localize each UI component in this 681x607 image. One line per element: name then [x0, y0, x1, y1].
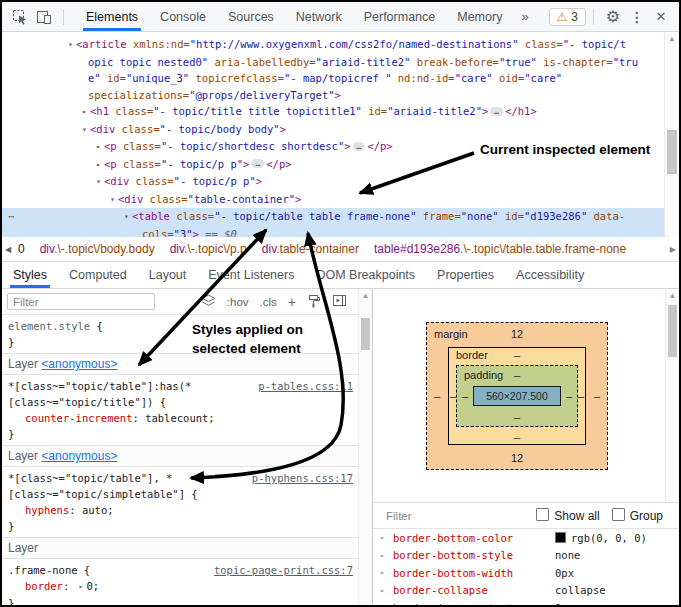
checkbox-icon[interactable] [536, 508, 549, 521]
stylesheet-link[interactable]: topic-page-print.css:7 [214, 562, 353, 578]
dom-tree-node[interactable]: ▾<article xmlns:nd="http://www.oxygenxml… [2, 36, 679, 54]
group-checkbox[interactable]: Group [612, 508, 663, 523]
breadcrumb-scroll-left-icon[interactable]: ◀ [5, 245, 11, 254]
margin-top-value[interactable]: 12 [427, 328, 607, 340]
computed-property-row[interactable]: ▸border-image-outset0 [373, 599, 679, 605]
dom-tree-node[interactable]: cols="3"> == $0 [2, 226, 665, 238]
expanded-arrow-icon[interactable]: ▾ [93, 174, 104, 191]
dom-tree-node[interactable]: specializations="@props/deliveryTarget"> [2, 87, 679, 104]
dom-tree-node[interactable]: e" id="unique_3" topicrefclass="- map/to… [2, 70, 679, 87]
padding-bottom-value[interactable]: – [457, 411, 577, 423]
breadcrumb-item[interactable]: table#d193e286.\-.topic\/table.table.fra… [374, 242, 626, 256]
dom-tree-node[interactable]: opic topic nested0" aria-labelledby="ari… [2, 54, 679, 71]
inline-expand-icon[interactable]: … [490, 107, 503, 116]
tab-memory[interactable]: Memory [446, 2, 513, 31]
breadcrumb-scroll-right-icon[interactable]: ▶ [670, 245, 676, 254]
expanded-arrow-icon[interactable]: ▾ [65, 37, 76, 54]
rendering-emulation-icon[interactable] [307, 294, 321, 310]
expanded-arrow-icon[interactable]: ▾ [79, 122, 90, 139]
padding-left-value[interactable]: – [462, 390, 468, 402]
collapsed-arrow-icon[interactable]: ▸ [93, 139, 104, 156]
dom-tree-node[interactable]: ▸<p class="- topic/p p">…</p> [2, 156, 679, 174]
css-property[interactable]: counter-increment: tablecount; [8, 410, 353, 426]
dom-tree-node[interactable]: ▸<h1 class="- topic/title title topictit… [2, 103, 679, 121]
style-rule[interactable]: topic-page-print.css:7.frame-none {borde… [2, 559, 359, 607]
device-toolbar-icon[interactable] [32, 6, 56, 28]
more-tabs-icon[interactable]: » [513, 9, 536, 24]
style-rule[interactable]: p-hyphens.css:17*[class~="topic/table"],… [2, 467, 359, 537]
node-menu-icon[interactable]: ⋯ [8, 208, 15, 225]
expand-shorthand-icon[interactable]: ▸ [79, 582, 84, 591]
dom-tree-node[interactable]: ▾<div class="table-container"> [2, 191, 679, 209]
selected-dom-node[interactable]: ⋯▾<table class="- topic/table table fram… [2, 208, 665, 237]
tab-dom-breakpoints[interactable]: DOM Breakpoints [305, 262, 426, 288]
checkbox-icon[interactable] [612, 508, 625, 521]
scroll-up-icon[interactable]: ▲ [666, 289, 679, 302]
element-classes-button[interactable]: .cls [260, 296, 277, 308]
style-rule[interactable]: p-tables.css:11*[class~="topic/table"]:h… [2, 375, 359, 445]
tab-properties[interactable]: Properties [426, 262, 505, 288]
breadcrumb-item[interactable]: div.table-container [262, 242, 359, 256]
scrollbar-thumb[interactable] [668, 305, 677, 357]
tab-performance[interactable]: Performance [353, 2, 447, 31]
tab-sources[interactable]: Sources [217, 2, 285, 31]
inline-expand-icon[interactable]: … [353, 142, 366, 151]
styles-scrollbar[interactable]: ▲ [358, 289, 372, 605]
tab-accessibility[interactable]: Accessibility [505, 262, 595, 288]
collapsed-arrow-icon[interactable]: ▸ [93, 157, 104, 174]
settings-gear-icon[interactable]: ⚙ [601, 6, 625, 28]
border-right-value[interactable]: – [578, 390, 584, 402]
tab-layout[interactable]: Layout [138, 262, 198, 288]
expanded-arrow-icon[interactable]: ▾ [121, 209, 132, 226]
stylesheet-link[interactable]: p-tables.css:11 [258, 378, 353, 394]
expand-property-icon[interactable]: ▸ [380, 603, 393, 605]
tab-computed[interactable]: Computed [58, 262, 138, 288]
elements-scrollbar[interactable]: ▲ [664, 32, 679, 237]
css-property[interactable]: border: ▸0; [8, 578, 353, 595]
border-bottom-value[interactable]: – [449, 431, 585, 443]
style-rule[interactable]: element.style {} [2, 315, 359, 353]
boxmodel-scrollbar[interactable]: ▲ [665, 289, 679, 502]
margin-left-value[interactable]: – [434, 390, 440, 402]
box-model-padding[interactable]: padding – – – – 560×207.500 [456, 365, 578, 427]
layer-link[interactable]: <anonymous> [41, 449, 117, 463]
scrollbar-thumb[interactable] [361, 318, 370, 350]
scrollbar-thumb[interactable] [667, 130, 677, 174]
margin-right-value[interactable]: – [594, 390, 600, 402]
box-model-content[interactable]: 560×207.500 [473, 386, 561, 406]
new-style-rule-button[interactable]: + [288, 296, 296, 308]
tab-console[interactable]: Console [149, 2, 217, 31]
box-model-border[interactable]: border – – – – padding – – – – 56 [448, 347, 586, 445]
computed-sidebar-toggle-icon[interactable] [332, 294, 347, 309]
color-swatch[interactable] [555, 532, 566, 543]
breadcrumb-item[interactable]: div.\-.topic\/p.p [170, 242, 247, 256]
dom-tree-node[interactable]: ▾<div class="- topic/p p"> [2, 173, 679, 191]
show-all-checkbox[interactable]: Show all [536, 508, 599, 523]
expand-property-icon[interactable]: ▸ [380, 533, 393, 542]
scroll-up-icon[interactable]: ▲ [359, 289, 372, 302]
dom-tree-node[interactable]: ▾<div class="- topic/body body"> [2, 121, 679, 139]
css-layers-icon[interactable] [201, 294, 216, 309]
collapsed-arrow-icon[interactable]: ▸ [79, 104, 90, 121]
expanded-arrow-icon[interactable]: ▾ [107, 192, 118, 209]
menu-kebab-icon[interactable]: ⋮ [625, 6, 649, 28]
inspect-element-icon[interactable] [8, 6, 32, 28]
breadcrumb-item[interactable]: div.\-.topic\/body.body [40, 242, 155, 256]
expand-property-icon[interactable]: ▸ [380, 551, 393, 560]
margin-bottom-value[interactable]: 12 [427, 452, 607, 464]
css-property[interactable]: hyphens: auto; [8, 502, 353, 518]
border-top-value[interactable]: – [449, 349, 585, 361]
styles-filter-input[interactable] [7, 293, 155, 310]
close-icon[interactable]: ✕ [649, 6, 673, 28]
issues-badge[interactable]: ⚠ 3 [549, 8, 586, 26]
tab-styles[interactable]: Styles [2, 262, 58, 288]
tab-elements[interactable]: Elements [75, 2, 149, 31]
tab-event-listeners[interactable]: Event Listeners [197, 262, 305, 288]
toggle-hover-state-button[interactable]: :hov [227, 296, 249, 308]
breadcrumb-item[interactable]: 0 [18, 242, 25, 256]
computed-property-row[interactable]: ▸border-collapsecollapse [373, 582, 679, 600]
tab-network[interactable]: Network [285, 2, 353, 31]
computed-property-row[interactable]: ▸border-bottom-stylenone [373, 547, 679, 565]
computed-property-row[interactable]: ▸border-bottom-width0px [373, 564, 679, 582]
padding-right-value[interactable]: – [566, 390, 572, 402]
